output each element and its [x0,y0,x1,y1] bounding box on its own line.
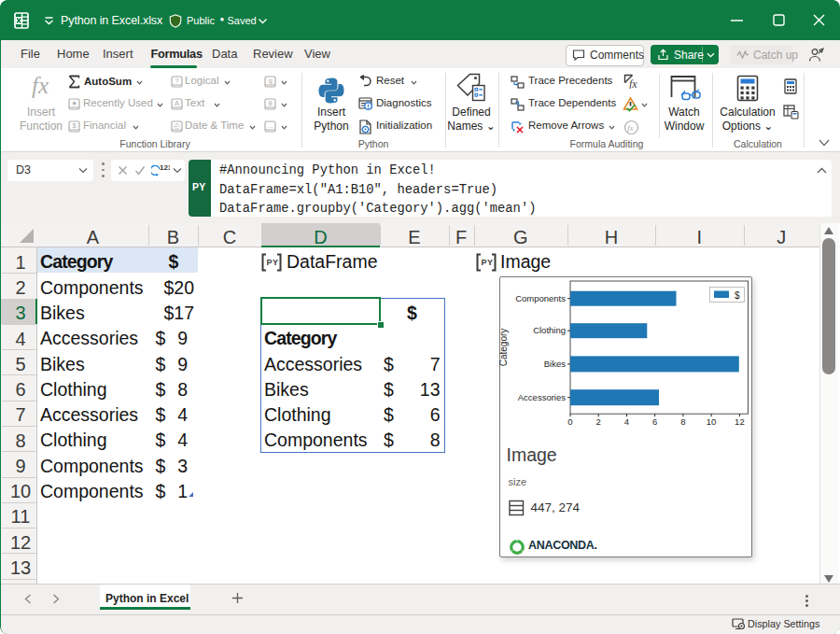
svg-text:Category: Category [499,329,509,367]
svg-text:◴: ◴ [174,121,180,130]
svg-text:★: ★ [71,99,77,107]
svg-text:θ: θ [268,99,272,107]
svg-text:8: 8 [680,416,685,427]
svg-text:Clothing: Clothing [533,325,566,335]
svg-text:Accessories: Accessories [518,392,566,402]
svg-text:fx: fx [32,73,49,98]
svg-text:$: $ [72,121,77,130]
svg-text:10: 10 [707,416,717,427]
svg-text:Components: Components [515,293,566,303]
svg-text:fx: fx [627,123,634,133]
svg-text:$: $ [735,290,740,301]
svg-text:?: ? [175,77,178,85]
svg-text:fx: fx [629,77,637,90]
svg-text:2: 2 [596,416,601,427]
svg-text:123: 123 [160,163,170,172]
svg-text:PY: PY [267,258,279,267]
svg-text:12: 12 [735,416,745,427]
svg-text:6: 6 [652,416,657,427]
svg-text:A: A [175,99,179,107]
svg-text:q: q [268,77,272,85]
svg-text:4: 4 [624,416,629,427]
svg-text:Bikes: Bikes [544,359,566,369]
svg-text:...: ... [267,121,273,130]
svg-text:0: 0 [567,416,572,427]
svg-text:PY: PY [481,258,493,267]
